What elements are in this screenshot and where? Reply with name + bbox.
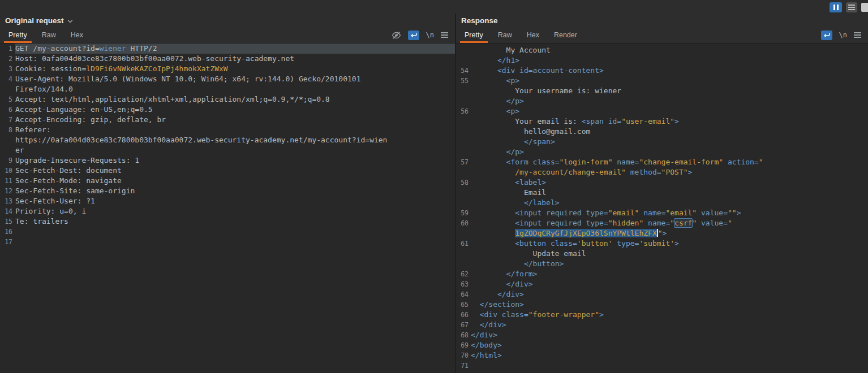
code-line[interactable]: 70</html>	[456, 350, 868, 361]
code-line[interactable]: 54 <div id=account-content>	[456, 66, 868, 76]
code-line[interactable]: Email	[456, 188, 868, 198]
code-line[interactable]: </button>	[456, 259, 868, 269]
code-line[interactable]: 61 <button class='button' type='submit'>	[456, 238, 868, 249]
code-line[interactable]: Firefox/144.0	[0, 84, 455, 94]
code-line[interactable]: 59 <input required type="email" name="em…	[456, 208, 868, 218]
chevron-down-icon[interactable]	[67, 18, 73, 24]
code-line[interactable]: 64 </div>	[456, 289, 868, 300]
code-line[interactable]: 9Upgrade-Insecure-Requests: 1	[0, 155, 455, 166]
code-text: <input required type="hidden" name="csrf…	[471, 218, 868, 228]
code-line[interactable]: /my-account/change-email" method="POST">	[456, 167, 868, 177]
code-line[interactable]: 7Accept-Encoding: gzip, deflate, br	[0, 115, 455, 125]
tab-pretty[interactable]: Pretty	[1, 27, 35, 43]
soft-wrap-icon[interactable]	[821, 31, 832, 40]
tab-render[interactable]: Render	[547, 27, 585, 43]
code-line[interactable]: 56 <p>	[456, 106, 868, 116]
line-number: 9	[0, 155, 15, 166]
code-line[interactable]: 71	[456, 361, 868, 371]
code-text	[15, 227, 455, 237]
code-text: </div>	[471, 320, 868, 330]
tab-pretty[interactable]: Pretty	[457, 27, 491, 43]
code-line[interactable]: Your username is: wiener	[456, 86, 868, 96]
code-text: Sec-Fetch-User: ?1	[15, 196, 455, 206]
show-newlines-icon[interactable]: \n	[839, 31, 847, 39]
menu-icon[interactable]	[441, 32, 448, 38]
code-line[interactable]: 58 <label>	[456, 177, 868, 188]
code-line[interactable]: https://0afa004d03ce83c7800b03bf00aa0072…	[0, 135, 455, 145]
tab-raw[interactable]: Raw	[35, 27, 63, 43]
request-panel-header: Original request	[0, 14, 455, 27]
response-tabbar: Pretty Raw Hex Render \n	[456, 27, 868, 44]
line-number: 54	[456, 66, 471, 76]
code-line[interactable]: </p>	[456, 147, 868, 157]
code-line[interactable]: My Account	[456, 45, 868, 55]
code-line[interactable]: </span>	[456, 137, 868, 147]
request-panel-title[interactable]: Original request	[5, 16, 64, 25]
line-number	[456, 147, 471, 157]
window-icon[interactable]	[861, 3, 868, 12]
code-line[interactable]: 69</body>	[456, 340, 868, 350]
line-number: 3	[0, 64, 15, 74]
code-line[interactable]: 10Sec-Fetch-Dest: document	[0, 166, 455, 176]
code-line[interactable]: </h1>	[456, 55, 868, 66]
code-line[interactable]: 55 <p>	[456, 76, 868, 86]
soft-wrap-icon[interactable]	[408, 31, 419, 40]
code-line[interactable]: 66 <div class="footer-wrapper">	[456, 310, 868, 320]
code-line[interactable]: 3Cookie: session=lD9Fi6vNWkeKAZCoIpPj4hm…	[0, 64, 455, 74]
line-number	[0, 84, 15, 94]
show-newlines-icon[interactable]: \n	[426, 31, 434, 39]
code-line[interactable]: 15Te: trailers	[0, 216, 455, 227]
code-line[interactable]: 4User-Agent: Mozilla/5.0 (Windows NT 10.…	[0, 74, 455, 84]
code-line[interactable]: 12Sec-Fetch-Site: same-origin	[0, 186, 455, 196]
line-number: 56	[456, 106, 471, 116]
code-line[interactable]: 62 </form>	[456, 269, 868, 279]
code-line[interactable]: 8Referer:	[0, 125, 455, 135]
code-line[interactable]: 63 </div>	[456, 279, 868, 289]
line-number: 7	[0, 115, 15, 125]
code-line[interactable]: 6Accept-Language: en-US,en;q=0.5	[0, 105, 455, 115]
code-line[interactable]: 68</div>	[456, 330, 868, 340]
line-number: 1	[0, 44, 15, 54]
code-line[interactable]: Your email is: <span id="user-email">	[456, 116, 868, 127]
code-line[interactable]: 17	[0, 237, 455, 247]
code-line[interactable]: 1gZODqCRyGfJjXEpO36lSnYPWtlEhZFX">	[456, 228, 868, 238]
line-number	[456, 167, 471, 177]
code-line[interactable]: 11Sec-Fetch-Mode: navigate	[0, 176, 455, 186]
request-editor[interactable]: 1GET /my-account?id=wiener HTTP/22Host: …	[0, 44, 455, 373]
code-line[interactable]: 57 <form class="login-form" name="change…	[456, 157, 868, 167]
code-line[interactable]: 65 </section>	[456, 300, 868, 310]
code-text: User-Agent: Mozilla/5.0 (Windows NT 10.0…	[15, 74, 455, 84]
code-line[interactable]: 2Host: 0afa004d03ce83c7800b03bf00aa0072.…	[0, 54, 455, 64]
code-line[interactable]: 14Priority: u=0, i	[0, 206, 455, 216]
code-line[interactable]: </p>	[456, 96, 868, 106]
line-number	[456, 188, 471, 198]
line-number: 6	[0, 105, 15, 115]
code-line[interactable]: 13Sec-Fetch-User: ?1	[0, 196, 455, 206]
menu-icon[interactable]	[854, 32, 861, 38]
code-line[interactable]: Update email	[456, 249, 868, 259]
code-line[interactable]: 16	[0, 227, 455, 237]
line-number	[456, 45, 471, 55]
tab-raw[interactable]: Raw	[491, 27, 519, 43]
code-line[interactable]: hello@gmail.com	[456, 127, 868, 137]
code-line[interactable]: 67 </div>	[456, 320, 868, 330]
code-text	[15, 237, 455, 247]
line-number: 14	[0, 206, 15, 216]
code-line[interactable]: 1GET /my-account?id=wiener HTTP/2	[0, 44, 455, 54]
code-text: Sec-Fetch-Mode: navigate	[15, 176, 455, 186]
tab-hex[interactable]: Hex	[519, 27, 547, 43]
code-line[interactable]: 60 <input required type="hidden" name="c…	[456, 218, 868, 228]
list-icon[interactable]	[846, 2, 857, 12]
line-number: 68	[456, 330, 471, 340]
code-text: </body>	[471, 340, 868, 350]
response-editor[interactable]: My Account </h1>54 <div id=account-conte…	[456, 44, 868, 373]
tab-hex[interactable]: Hex	[63, 27, 91, 43]
code-line[interactable]: er	[0, 145, 455, 155]
code-text: </p>	[471, 147, 868, 157]
hide-matches-icon[interactable]	[392, 31, 401, 40]
code-line[interactable]: 5Accept: text/html,application/xhtml+xml…	[0, 94, 455, 105]
pause-icon[interactable]	[830, 2, 842, 12]
code-line[interactable]: </label>	[456, 198, 868, 208]
code-text: </label>	[471, 198, 868, 208]
code-text: Your username is: wiener	[471, 86, 868, 96]
